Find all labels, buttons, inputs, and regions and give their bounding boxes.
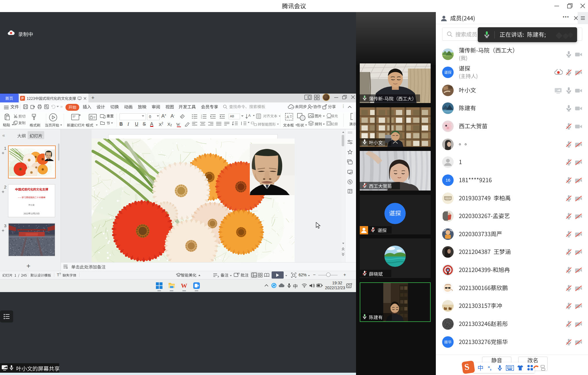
svg-text:W: W bbox=[181, 282, 187, 289]
svg-text:P: P bbox=[21, 96, 24, 100]
svg-text:3: 3 bbox=[201, 118, 202, 119]
svg-text:A: A bbox=[248, 114, 251, 118]
svg-text:A: A bbox=[287, 115, 289, 119]
svg-text:1: 1 bbox=[307, 96, 309, 99]
svg-text:W: W bbox=[176, 123, 180, 127]
